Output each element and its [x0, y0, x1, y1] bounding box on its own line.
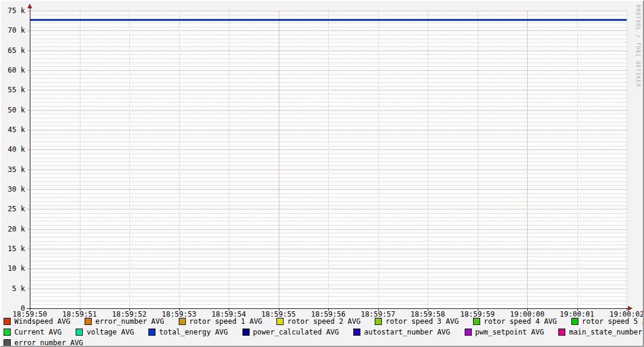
- plot-canvas: [30, 11, 627, 308]
- legend-swatch-icon: [4, 339, 11, 346]
- legend-swatch-icon: [76, 329, 83, 336]
- legend-item: total_energy AVG: [148, 328, 228, 336]
- y-tick-label: 0: [1, 304, 25, 312]
- legend-label: total_energy AVG: [159, 328, 228, 336]
- legend-item: Current AVG: [4, 328, 61, 336]
- legend-label: voltage AVG: [86, 328, 133, 336]
- legend-swatch-icon: [148, 329, 155, 336]
- legend-item: rotor speed 5 AVG: [571, 317, 644, 326]
- legend-label: rotor speed 1 AVG: [189, 317, 263, 326]
- legend-label: rotor speed 5 AVG: [582, 317, 644, 326]
- legend-row: error_number AVG: [4, 339, 644, 347]
- legend-swatch-icon: [558, 329, 565, 336]
- y-tick-label: 60 k: [1, 66, 25, 74]
- legend-item: rotor speed 1 AVG: [179, 317, 263, 326]
- legend-row: Windspeed AVGerror_number AVGrotor speed…: [4, 317, 644, 326]
- legend-swatch-icon: [465, 329, 472, 336]
- legend-label: rotor speed 4 AVG: [484, 317, 557, 326]
- legend-item: rotor speed 3 AVG: [375, 317, 459, 326]
- legend-label: Current AVG: [14, 328, 61, 336]
- y-tick-label: 75 k: [1, 7, 25, 15]
- legend-swatch-icon: [4, 329, 11, 336]
- y-tick-label: 10 k: [1, 264, 25, 273]
- legend-label: rotor speed 2 AVG: [287, 317, 360, 326]
- legend-swatch-icon: [85, 318, 92, 325]
- y-tick-label: 15 k: [1, 245, 25, 253]
- legend-swatch-icon: [473, 318, 480, 325]
- legend-label: power_calculated AVG: [253, 328, 340, 336]
- legend-swatch-icon: [375, 318, 382, 325]
- legend-label: Windspeed AVG: [14, 317, 70, 326]
- y-tick-label: 70 k: [1, 26, 25, 35]
- legend-item: error_number AVG: [4, 339, 83, 347]
- legend-item: error_number AVG: [85, 317, 164, 326]
- legend-label: error_number AVG: [14, 339, 83, 347]
- y-tick-label: 65 k: [1, 46, 25, 55]
- y-tick-label: 25 k: [1, 205, 25, 213]
- legend-label: main_state_number AVG: [569, 328, 644, 336]
- legend-row: Current AVGvoltage AVGtotal_energy AVGpo…: [4, 328, 644, 336]
- legend-label: rotor speed 3 AVG: [385, 317, 459, 326]
- legend-swatch-icon: [4, 318, 11, 325]
- legend-swatch-icon: [276, 318, 284, 325]
- legend-item: main_state_number AVG: [558, 328, 644, 336]
- legend-label: autostart_number AVG: [364, 328, 450, 336]
- y-tick-label: 5 k: [1, 285, 25, 293]
- x-axis-line: [27, 308, 628, 309]
- legend-label: pwm_setpoint AVG: [475, 328, 545, 336]
- y-tick-label: 55 k: [1, 86, 25, 94]
- rrdtool-graph: 18:59:5018:59:5118:59:5218:59:5318:59:54…: [0, 0, 644, 347]
- legend-item: autostart_number AVG: [353, 328, 450, 336]
- legend-item: power_calculated AVG: [242, 328, 340, 336]
- y-tick-label: 20 k: [1, 225, 25, 233]
- y-tick-label: 50 k: [1, 106, 25, 114]
- y-axis-arrow-icon: [27, 4, 32, 8]
- y-tick-label: 45 k: [1, 126, 25, 134]
- series-line-total_energy-avg: [30, 19, 627, 21]
- y-axis-line: [30, 7, 30, 310]
- legend-item: pwm_setpoint AVG: [465, 328, 545, 336]
- y-tick-label: 40 k: [1, 145, 25, 154]
- chart-legend: Windspeed AVGerror_number AVGrotor speed…: [4, 317, 644, 347]
- legend-item: rotor speed 2 AVG: [276, 317, 360, 326]
- y-tick-label: 30 k: [1, 185, 25, 193]
- y-tick-label: 35 k: [1, 165, 25, 174]
- legend-swatch-icon: [571, 318, 578, 325]
- legend-swatch-icon: [242, 329, 250, 336]
- gridline-x-minor: [627, 11, 627, 308]
- legend-item: Windspeed AVG: [4, 317, 70, 326]
- legend-swatch-icon: [179, 318, 186, 325]
- legend-label: error_number AVG: [95, 317, 164, 326]
- legend-swatch-icon: [353, 329, 360, 336]
- legend-item: voltage AVG: [76, 328, 133, 336]
- legend-item: rotor speed 4 AVG: [473, 317, 557, 326]
- rrdtool-watermark: RRDTOOL / TOBI OETIKER: [635, 5, 640, 87]
